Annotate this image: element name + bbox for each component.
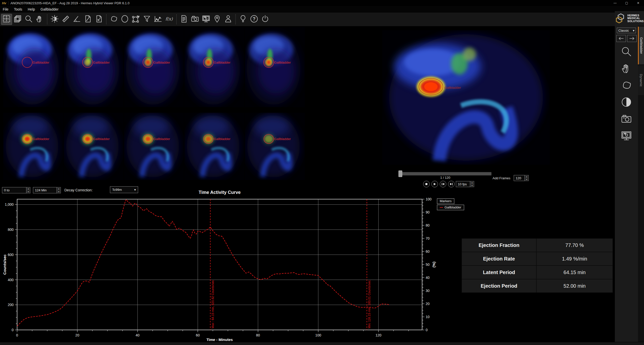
layout-preset-select[interactable]: Classic▾ bbox=[617, 28, 636, 33]
menu-bar: File Tools Help Gallbladder bbox=[0, 6, 644, 13]
roi-edit-button[interactable] bbox=[131, 14, 141, 25]
camera-button[interactable] bbox=[190, 14, 200, 25]
doc-arrow-button[interactable] bbox=[94, 14, 104, 25]
frame-slider-track[interactable] bbox=[399, 172, 492, 176]
last-frame-button[interactable] bbox=[448, 181, 455, 187]
location-icon bbox=[213, 15, 221, 24]
close-button[interactable]: ✕ bbox=[632, 0, 644, 6]
toolbar-separator bbox=[106, 14, 106, 24]
filter-button[interactable] bbox=[142, 14, 152, 25]
menu-file[interactable]: File bbox=[0, 7, 11, 11]
result-row-1: Ejection Fraction77.70 % bbox=[462, 239, 613, 252]
screen-capture-tool-button[interactable] bbox=[620, 130, 633, 143]
result-label: Latent Period bbox=[462, 266, 537, 279]
frame-thumbnail-row2-2[interactable]: Gallbladder bbox=[64, 113, 124, 180]
spin-down-icon[interactable]: ▼ bbox=[525, 178, 529, 181]
location-button[interactable] bbox=[212, 14, 222, 25]
fps-spinner[interactable]: 10 fps ▲▼ bbox=[456, 181, 474, 187]
tab-gallbladder[interactable]: Gallbladder bbox=[638, 27, 644, 64]
add-frames-spinner[interactable]: 120 ▲▼ bbox=[514, 175, 529, 181]
study-tab-strip: Gallbladder Dynamic bbox=[638, 26, 644, 342]
layout-grid-button[interactable] bbox=[1, 14, 12, 25]
frame-thumbnail-row1-1[interactable]: Gallbladder bbox=[3, 27, 63, 107]
screen-capture-button[interactable] bbox=[201, 14, 211, 25]
frame-thumbnail-row1-2[interactable]: Gallbladder bbox=[64, 27, 124, 107]
pan-icon bbox=[35, 15, 44, 24]
spin-up-icon[interactable]: ▲ bbox=[470, 181, 474, 184]
legend-gallbladder[interactable]: Gallbladder bbox=[437, 205, 464, 210]
menu-help[interactable]: Help bbox=[25, 7, 38, 11]
power-button[interactable] bbox=[260, 14, 270, 25]
result-row-2: Ejection Rate1.49 %/min bbox=[462, 252, 613, 265]
right-tool-panel: Classic▾ bbox=[615, 26, 638, 342]
layers-button[interactable] bbox=[12, 14, 23, 25]
svg-text:200: 200 bbox=[8, 303, 14, 307]
maximize-button[interactable]: ▢ bbox=[621, 0, 632, 6]
svg-text:?: ? bbox=[253, 16, 255, 21]
doc-arrow-icon bbox=[95, 15, 103, 24]
annotate-button[interactable] bbox=[83, 14, 93, 25]
result-value: 77.70 % bbox=[537, 239, 613, 252]
curve-tool-button[interactable] bbox=[153, 14, 163, 25]
add-frames-label: Add Frames bbox=[493, 176, 510, 180]
spin-up-icon[interactable]: ▲ bbox=[525, 175, 529, 178]
play-button[interactable] bbox=[431, 181, 438, 187]
frame-thumbnail-row1-5[interactable]: Gallbladder bbox=[245, 27, 305, 107]
bottom-strip bbox=[0, 342, 644, 345]
patient-button[interactable] bbox=[223, 14, 233, 25]
zoom-button[interactable] bbox=[23, 14, 34, 25]
ruler-button[interactable] bbox=[60, 14, 71, 25]
frame-thumbnail-row1-4[interactable]: Gallbladder bbox=[184, 27, 244, 107]
chevron-down-icon: ▾ bbox=[633, 29, 634, 32]
previous-layout-button[interactable] bbox=[616, 35, 626, 42]
zoom-tool-button[interactable] bbox=[620, 45, 633, 59]
report-button[interactable] bbox=[179, 14, 189, 25]
help-button[interactable]: ? bbox=[249, 14, 259, 25]
menu-gallbladder[interactable]: Gallbladder bbox=[38, 7, 61, 11]
svg-text:50: 50 bbox=[426, 263, 430, 267]
angle-button[interactable] bbox=[71, 14, 82, 25]
zoom-icon bbox=[24, 15, 33, 24]
hermes-hexagons-icon bbox=[616, 13, 626, 23]
ellipse-roi-button[interactable] bbox=[119, 14, 130, 25]
fx-button[interactable]: f(x) bbox=[164, 14, 174, 25]
minimize-button[interactable]: — bbox=[609, 0, 621, 6]
frame-thumbnail-row2-3[interactable]: Gallbladder bbox=[124, 113, 184, 180]
contrast-button[interactable] bbox=[49, 14, 60, 25]
svg-text:1,000: 1,000 bbox=[5, 202, 14, 206]
camera-icon bbox=[621, 113, 632, 126]
camera-icon bbox=[191, 15, 199, 24]
curve-tool-icon bbox=[154, 15, 162, 24]
patient-icon bbox=[224, 15, 232, 24]
pan-tool-button[interactable] bbox=[620, 62, 633, 76]
svg-text:600: 600 bbox=[8, 253, 14, 257]
pan-button[interactable] bbox=[34, 14, 45, 25]
svg-text:20: 20 bbox=[75, 333, 79, 337]
spin-down-icon[interactable]: ▼ bbox=[470, 184, 474, 187]
window-title: ANON207006223205-HIDA_EF - Aug 28 2019 -… bbox=[11, 1, 130, 5]
first-frame-button[interactable] bbox=[440, 181, 446, 187]
stop-button[interactable] bbox=[423, 181, 430, 187]
frame-thumbnail-row2-1[interactable]: Gallbladder bbox=[3, 113, 63, 180]
menu-tools[interactable]: Tools bbox=[11, 7, 25, 11]
svg-text:120: 120 bbox=[376, 333, 382, 337]
contrast-half-tool-button[interactable] bbox=[620, 96, 633, 109]
next-layout-button[interactable] bbox=[627, 35, 637, 42]
freehand-roi-button[interactable] bbox=[108, 14, 119, 25]
legend-markers[interactable]: Markers bbox=[437, 198, 454, 204]
tab-dynamic[interactable]: Dynamic bbox=[638, 65, 644, 95]
report-icon bbox=[180, 15, 188, 24]
toolbar-separator bbox=[47, 14, 47, 24]
hermes-logo: HERMESMEDICALSOLUTIONS bbox=[615, 11, 644, 26]
frame-slider-thumb[interactable] bbox=[398, 170, 402, 177]
cine-viewport[interactable]: Gallbladder bbox=[382, 30, 550, 165]
time-activity-chart[interactable]: 02004006008001,0000204060801001200102030… bbox=[2, 196, 440, 343]
freehand-roi-tool-button[interactable] bbox=[620, 79, 633, 93]
bulb-button[interactable] bbox=[238, 14, 248, 25]
frame-thumbnail-row2-4[interactable]: Gallbladder bbox=[184, 113, 244, 180]
camera-tool-button[interactable] bbox=[620, 113, 633, 126]
fx-icon: f(x) bbox=[165, 15, 173, 24]
frame-thumbnail-row1-3[interactable]: Gallbladder bbox=[124, 27, 184, 107]
svg-text:40: 40 bbox=[136, 333, 140, 337]
frame-thumbnail-row2-5[interactable]: Gallbladder bbox=[245, 113, 305, 180]
